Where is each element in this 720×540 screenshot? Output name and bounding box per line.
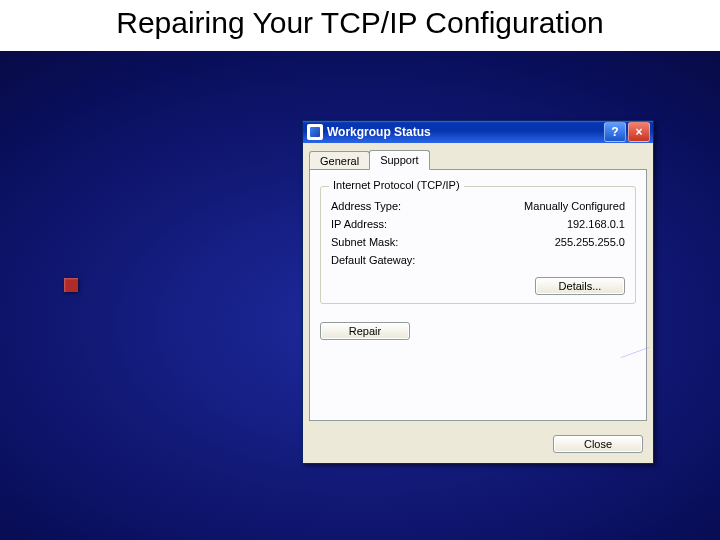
group-legend: Internet Protocol (TCP/IP) — [329, 179, 464, 191]
value-subnet-mask: 255.255.255.0 — [555, 236, 625, 248]
bullet-square-icon — [64, 278, 78, 292]
row-address-type: Address Type: Manually Configured — [331, 197, 625, 215]
help-icon: ? — [611, 125, 618, 139]
details-button[interactable]: Details... — [535, 277, 625, 295]
tab-support[interactable]: Support — [369, 150, 430, 170]
help-button[interactable]: ? — [604, 122, 626, 142]
status-dialog: Workgroup Status ? × General Support Int… — [302, 120, 654, 464]
slide-title: Repairing Your TCP/IP Configuration — [0, 6, 720, 41]
repair-row: Repair — [320, 322, 636, 340]
close-icon: × — [635, 125, 642, 139]
tab-panel-support: Internet Protocol (TCP/IP) Address Type:… — [309, 169, 647, 421]
dialog-titlebar[interactable]: Workgroup Status ? × — [303, 121, 653, 143]
slide-background: Repairing Your TCP/IP Configuration Work… — [0, 0, 720, 540]
dialog-footer: Close — [303, 427, 653, 463]
repair-button[interactable]: Repair — [320, 322, 410, 340]
value-address-type: Manually Configured — [524, 200, 625, 212]
network-icon — [307, 124, 323, 140]
label-default-gateway: Default Gateway: — [331, 254, 415, 266]
label-subnet-mask: Subnet Mask: — [331, 236, 398, 248]
tcpip-group: Internet Protocol (TCP/IP) Address Type:… — [320, 186, 636, 304]
row-ip-address: IP Address: 192.168.0.1 — [331, 215, 625, 233]
label-address-type: Address Type: — [331, 200, 401, 212]
slide-title-bar: Repairing Your TCP/IP Configuration — [0, 0, 720, 51]
label-ip-address: IP Address: — [331, 218, 387, 230]
tab-support-label: Support — [380, 154, 419, 166]
decorative-line — [621, 347, 650, 358]
details-row: Details... — [331, 277, 625, 295]
row-subnet-mask: Subnet Mask: 255.255.255.0 — [331, 233, 625, 251]
close-button[interactable]: × — [628, 122, 650, 142]
row-default-gateway: Default Gateway: — [331, 251, 625, 269]
tab-strip: General Support — [303, 143, 653, 169]
titlebar-buttons: ? × — [604, 122, 650, 142]
close-dialog-button[interactable]: Close — [553, 435, 643, 453]
dialog-title: Workgroup Status — [327, 125, 604, 139]
tab-general-label: General — [320, 155, 359, 167]
value-ip-address: 192.168.0.1 — [567, 218, 625, 230]
tab-general[interactable]: General — [309, 151, 370, 171]
